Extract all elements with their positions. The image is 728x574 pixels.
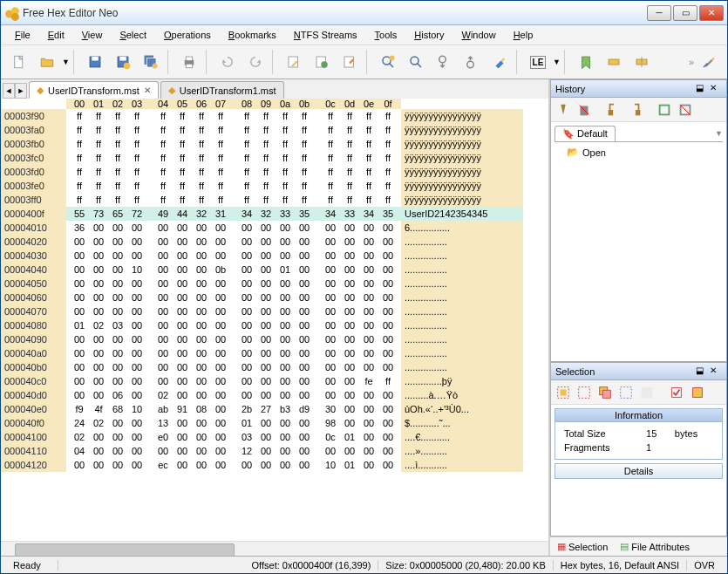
search-button[interactable] xyxy=(403,49,429,75)
sel-btn3[interactable] xyxy=(595,383,615,402)
sel-btn6[interactable] xyxy=(667,383,686,402)
hex-row[interactable]: 00003fd0ffffffffffffffffffffffffffffffff… xyxy=(1,165,548,179)
tab-prev-button[interactable]: ◄ xyxy=(3,83,15,99)
search-down-button[interactable] xyxy=(431,49,457,75)
details-button[interactable]: Details xyxy=(555,463,723,479)
ascii: ùOh.«‘..+'³Ù0... xyxy=(401,402,523,416)
menu-tools[interactable]: Tools xyxy=(368,28,405,42)
menu-bookmarks[interactable]: Bookmarks xyxy=(221,28,283,42)
menu-view[interactable]: View xyxy=(75,28,110,42)
menu-file[interactable]: File xyxy=(8,28,37,42)
svg-rect-34 xyxy=(660,105,670,114)
offset: 00003fd0 xyxy=(1,165,66,179)
hist-btn5[interactable] xyxy=(655,100,674,120)
hex-row[interactable]: 000040d000000600020000000000000000000000… xyxy=(1,388,548,402)
hist-btn1[interactable] xyxy=(554,100,573,120)
redo-button[interactable] xyxy=(242,49,269,75)
menu-window[interactable]: Window xyxy=(455,28,503,42)
hex-row[interactable]: 000040e0f94f6810ab9108002b27b3d930000000… xyxy=(1,402,548,416)
menu-operations[interactable]: Operations xyxy=(157,28,218,42)
pin-icon[interactable]: ⬓ xyxy=(696,366,708,378)
hex-row[interactable]: 0000408001020300000000000000000000000000… xyxy=(1,318,548,332)
saveas-button[interactable] xyxy=(110,49,136,75)
pin-icon[interactable]: ⬓ xyxy=(696,83,708,95)
menu-help[interactable]: Help xyxy=(507,28,541,42)
menu-select[interactable]: Select xyxy=(112,28,153,42)
find-button[interactable] xyxy=(375,49,401,75)
sel-btn1[interactable] xyxy=(554,383,573,402)
ascii: ....ì........... xyxy=(401,458,523,472)
hist-btn6[interactable] xyxy=(676,100,695,120)
close-icon[interactable]: ✕ xyxy=(144,85,151,95)
edit2-button[interactable] xyxy=(309,49,335,75)
hex-row[interactable]: 000040f024020000130000000100000098000000… xyxy=(1,416,548,430)
save-button[interactable] xyxy=(82,49,108,75)
hex-row[interactable]: 0000403000000000000000000000000000000000… xyxy=(1,249,548,263)
hex-row[interactable]: 00003fb0ffffffffffffffffffffffffffffffff… xyxy=(1,137,548,151)
hex-row[interactable]: 0000402000000000000000000000000000000000… xyxy=(1,235,548,249)
highlight-button[interactable] xyxy=(486,49,513,75)
hex-row[interactable]: 0000410002000000e0000000030000000c010000… xyxy=(1,430,548,444)
sel-btn2[interactable] xyxy=(575,383,594,402)
open-button[interactable] xyxy=(34,49,60,75)
hex-row[interactable]: 00003fa0ffffffffffffffffffffffffffffffff… xyxy=(1,123,548,137)
hex-row[interactable]: 0000400f55736572494432313432333534333435… xyxy=(1,207,548,221)
hex-row[interactable]: 00003fe0ffffffffffffffffffffffffffffffff… xyxy=(1,179,548,193)
edit3-button[interactable] xyxy=(337,49,363,75)
history-tab-default[interactable]: 🔖 Default xyxy=(555,126,616,141)
settings-button[interactable] xyxy=(696,49,722,75)
dropdown-icon[interactable]: ▼ xyxy=(62,58,70,66)
hex-row[interactable]: 000040a000000000000000000000000000000000… xyxy=(1,346,548,360)
hex-row[interactable]: 000040b000000000000000000000000000000000… xyxy=(1,360,548,374)
close-button[interactable]: ✕ xyxy=(699,5,724,21)
history-item-open[interactable]: 📂Open xyxy=(565,146,723,159)
tab-file-attributes[interactable]: ▤File Attributes xyxy=(616,540,693,553)
saveall-button[interactable] xyxy=(138,49,164,75)
hex-row[interactable]: 00004040000000100000000b0000010000000000… xyxy=(1,263,548,277)
hex-viewer[interactable]: 000102030405060708090a0b0c0d0e0f 00003f9… xyxy=(1,99,548,541)
hex-row[interactable]: 000040c00000000000000000000000000000feff… xyxy=(1,374,548,388)
encoding-button[interactable]: LE xyxy=(525,49,551,75)
hist-btn2[interactable] xyxy=(575,100,594,120)
maximize-button[interactable]: ▭ xyxy=(673,5,697,21)
bookmark-btn2[interactable] xyxy=(601,49,627,75)
menu-history[interactable]: History xyxy=(407,28,451,42)
close-icon[interactable]: ✕ xyxy=(710,83,722,95)
hex-row[interactable]: 00003fc0ffffffffffffffffffffffffffffffff… xyxy=(1,151,548,165)
print-button[interactable] xyxy=(176,49,202,75)
hist-btn4[interactable] xyxy=(625,100,644,120)
undo-button[interactable] xyxy=(214,49,241,75)
hex-row[interactable]: 0000406000000000000000000000000000000000… xyxy=(1,290,548,304)
edit1-button[interactable] xyxy=(281,49,307,75)
hex-row[interactable]: 0000401036000000000000000000000000000000… xyxy=(1,221,548,235)
bookmark-add-button[interactable] xyxy=(573,49,599,75)
hex-row[interactable]: 0000405000000000000000000000000000000000… xyxy=(1,277,548,290)
hex-row[interactable]: 0000412000000000ec0000000000000010010000… xyxy=(1,458,548,472)
dropdown-icon[interactable]: ▼ xyxy=(553,58,561,66)
scrollbar-h[interactable] xyxy=(1,541,548,556)
file-tab[interactable]: ◆UserIDTransform1.mst xyxy=(160,81,284,99)
bookmark-btn3[interactable] xyxy=(629,49,655,75)
hex-row[interactable]: 00003ff0ffffffffffffffffffffffffffffffff… xyxy=(1,193,548,207)
search-up-button[interactable] xyxy=(459,49,485,75)
hex-row[interactable]: 00003f90ffffffffffffffffffffffffffffffff… xyxy=(1,109,548,123)
hex-row[interactable]: 0000407000000000000000000000000000000000… xyxy=(1,304,548,318)
selection-panel: Selection ⬓ ✕ Information xyxy=(550,362,727,536)
dropdown-icon[interactable]: ▼ xyxy=(715,129,723,138)
file-tab[interactable]: ◆UserIDTransform.mst✕ xyxy=(29,81,159,99)
sel-btn5[interactable] xyxy=(637,383,657,402)
hist-btn3[interactable] xyxy=(604,100,623,120)
menu-edit[interactable]: Edit xyxy=(41,28,71,42)
minimize-button[interactable]: ─ xyxy=(647,5,671,21)
close-icon[interactable]: ✕ xyxy=(710,366,722,378)
tab-selection[interactable]: ▦Selection xyxy=(554,540,611,553)
chevron-right-icon[interactable]: » xyxy=(689,57,694,67)
totalsize-value: 15 xyxy=(643,427,670,440)
new-button[interactable] xyxy=(6,49,32,75)
sel-btn7[interactable] xyxy=(688,383,707,402)
hex-row[interactable]: 0000409000000000000000000000000000000000… xyxy=(1,332,548,346)
sel-btn4[interactable] xyxy=(616,383,636,402)
tab-next-button[interactable]: ► xyxy=(15,83,27,99)
menu-ntfsstreams[interactable]: NTFS Streams xyxy=(287,28,364,42)
hex-row[interactable]: 0000411004000000000000001200000000000000… xyxy=(1,444,548,458)
